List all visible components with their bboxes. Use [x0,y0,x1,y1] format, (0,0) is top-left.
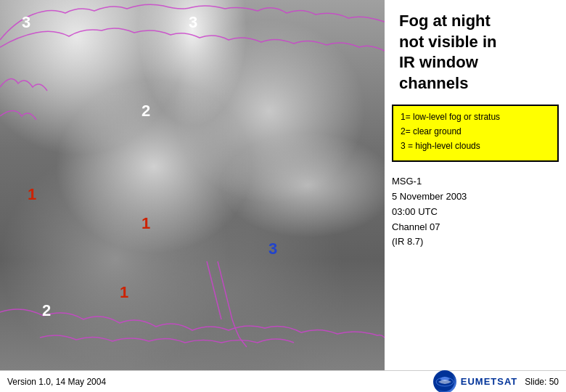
legend-item-3: 3 = high-level clouds [401,141,550,152]
metadata-area: MSG-1 5 November 2003 03:00 UTC Channel … [385,166,566,253]
footer: Version 1.0, 14 May 2004 EUMETSAT Slide:… [0,370,566,392]
label-3-topmid: 3 [189,13,197,32]
right-panel: Fog at night not visible in IR window ch… [385,0,566,392]
label-1-mid: 1 [142,214,150,233]
label-1-lower: 1 [120,283,128,302]
label-3-topleft: 3 [22,13,30,32]
eumetsat-logo: EUMETSAT [433,370,518,393]
legend-item-2: 2= clear ground [401,126,550,138]
page-title: Fog at night not visible in IR window ch… [399,11,555,94]
label-1-left: 1 [28,185,36,204]
metadata-line2: 5 November 2003 [392,189,559,205]
label-2-lower: 2 [42,301,51,320]
legend-item-1: 1= low-level fog or stratus [401,112,550,123]
eumetsat-label: EUMETSAT [461,376,518,387]
satellite-image: 3 3 2 1 1 3 1 2 [0,0,385,370]
metadata-line5: (IR 8.7) [392,234,559,250]
sat-image-bg [0,0,385,370]
metadata-line4: Channel 07 [392,220,559,235]
slide-number: Slide: 50 [525,377,559,387]
eumetsat-circle-icon [433,370,456,393]
eumetsat-svg-icon [435,372,455,392]
title-area: Fog at night not visible in IR window ch… [385,0,566,101]
version-text: Version 1.0, 14 May 2004 [7,377,106,387]
label-3-right: 3 [268,240,277,258]
footer-right: EUMETSAT Slide: 50 [433,370,559,393]
metadata-line1: MSG-1 [392,174,559,189]
legend-box: 1= low-level fog or stratus 2= clear gro… [392,105,559,162]
metadata-line3: 03:00 UTC [392,205,559,220]
label-2-upper: 2 [142,102,150,121]
